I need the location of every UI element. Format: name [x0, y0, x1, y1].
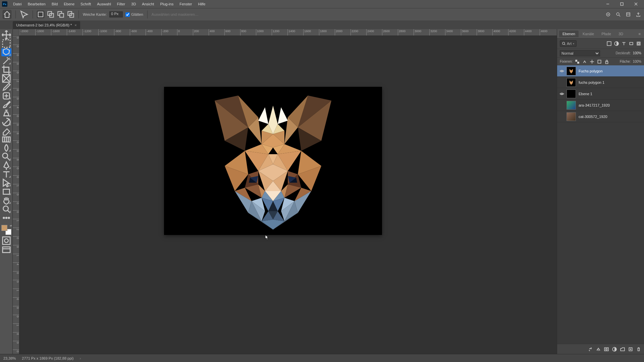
lock-position-icon[interactable] — [589, 59, 595, 64]
document-dimensions[interactable]: 2771 Px x 1869 Px (182,88 ppi) — [22, 356, 73, 360]
screen-mode-icon[interactable] — [1, 246, 11, 254]
swap-colors-icon[interactable]: ⇄ — [10, 224, 12, 227]
healing-brush-tool[interactable] — [1, 92, 11, 100]
filter-smart-icon[interactable] — [636, 41, 641, 46]
dodge-tool[interactable] — [1, 153, 11, 161]
color-swatches[interactable]: ⇄ — [1, 225, 11, 235]
brush-tool[interactable] — [1, 101, 11, 109]
layer-mask-icon[interactable] — [604, 347, 609, 352]
layer-thumbnail[interactable] — [567, 112, 576, 121]
adjustment-layer-icon[interactable] — [612, 347, 617, 352]
layer-row[interactable]: cat-300572_1920 — [557, 111, 644, 122]
marquee-tool[interactable] — [1, 40, 11, 48]
canvas-area[interactable] — [19, 36, 557, 354]
layer-list[interactable]: Fuchs polygonfuchs polygon 1Ebene 1ara-3… — [557, 65, 644, 344]
layer-group-icon[interactable] — [620, 347, 625, 352]
document-tab-close-icon[interactable]: × — [74, 23, 76, 27]
filter-shape-icon[interactable] — [629, 41, 634, 46]
foreground-color-swatch[interactable] — [1, 225, 7, 231]
tab-3d[interactable]: 3D — [615, 31, 627, 37]
layer-row[interactable]: Ebene 1 — [557, 88, 644, 100]
selection-intersect-icon[interactable] — [67, 11, 74, 18]
workspace-icon[interactable] — [625, 11, 631, 17]
window-close-button[interactable] — [630, 1, 642, 7]
eyedropper-tool[interactable] — [1, 83, 11, 91]
layer-thumbnail[interactable] — [567, 67, 576, 75]
menu-3d[interactable]: 3D — [128, 2, 139, 6]
menu-plugins[interactable]: Plug-ins — [157, 2, 176, 6]
menu-ebene[interactable]: Ebene — [61, 2, 77, 6]
clone-stamp-tool[interactable] — [1, 109, 11, 117]
layer-visibility-icon[interactable] — [557, 69, 567, 73]
crop-tool[interactable] — [1, 66, 11, 74]
blend-mode-select[interactable]: Normal — [560, 50, 600, 56]
lock-all-icon[interactable] — [604, 59, 609, 64]
hand-tool[interactable] — [1, 196, 11, 204]
menu-filter[interactable]: Filter — [114, 2, 128, 6]
layer-thumbnail[interactable] — [567, 89, 576, 98]
window-maximize-button[interactable] — [616, 1, 628, 7]
selection-new-icon[interactable] — [37, 11, 44, 18]
search-icon[interactable] — [615, 11, 621, 17]
layer-name[interactable]: cat-300572_1920 — [579, 115, 607, 119]
layer-name[interactable]: Fuchs polygon — [579, 69, 603, 73]
home-button[interactable] — [3, 10, 11, 19]
delete-layer-icon[interactable] — [636, 347, 641, 352]
menu-hilfe[interactable]: Hilfe — [195, 2, 208, 6]
ruler-horizontal[interactable]: -2000-1800-1600-1400-1200-1000-800-600-4… — [19, 29, 557, 36]
gradient-tool[interactable] — [1, 135, 11, 143]
filter-adjustment-icon[interactable] — [614, 41, 619, 46]
layer-thumbnail[interactable] — [567, 78, 576, 87]
layer-name[interactable]: ara-3417217_1920 — [579, 103, 610, 107]
layer-row[interactable]: ara-3417217_1920 — [557, 100, 644, 111]
filter-type-icon[interactable] — [621, 41, 627, 46]
eraser-tool[interactable] — [1, 127, 11, 135]
share-icon[interactable] — [635, 11, 641, 17]
layer-row[interactable]: Fuchs polygon — [557, 65, 644, 77]
path-selection-tool[interactable] — [1, 179, 11, 187]
history-brush-tool[interactable] — [1, 118, 11, 126]
layer-visibility-icon[interactable] — [557, 92, 567, 96]
document-tab[interactable]: Unbenannt-2 bei 23,4% (RGB/8) * × — [13, 21, 80, 29]
blur-tool[interactable] — [1, 144, 11, 152]
target-icon[interactable] — [605, 11, 611, 17]
magic-wand-tool[interactable] — [1, 57, 11, 65]
feather-input[interactable]: 0 Px — [109, 11, 123, 17]
ruler-vertical[interactable]: 0000020040060080010001200140016001800 — [13, 36, 19, 354]
new-layer-icon[interactable] — [628, 347, 633, 352]
selection-add-icon[interactable] — [47, 11, 54, 18]
layer-style-icon[interactable]: fx — [596, 347, 601, 352]
quick-mask-icon[interactable] — [1, 237, 11, 244]
move-tool[interactable] — [1, 31, 11, 39]
menu-fenster[interactable]: Fenster — [176, 2, 195, 6]
lock-image-icon[interactable] — [582, 59, 587, 64]
lock-artboard-icon[interactable] — [597, 59, 602, 64]
layer-thumbnail[interactable] — [567, 101, 576, 110]
tab-ebenen[interactable]: Ebenen — [559, 31, 579, 37]
ruler-origin[interactable] — [13, 29, 19, 36]
selection-subtract-icon[interactable] — [57, 11, 64, 18]
menu-bearbeiten[interactable]: Bearbeiten — [25, 2, 49, 6]
opacity-value[interactable]: 100% — [633, 51, 641, 55]
tab-kanaele[interactable]: Kanäle — [579, 31, 597, 37]
status-more-icon[interactable]: › — [79, 356, 81, 360]
pen-tool[interactable] — [1, 162, 11, 170]
tool-preset-picker[interactable] — [20, 10, 29, 19]
window-minimize-button[interactable] — [602, 1, 614, 7]
layer-name[interactable]: Ebene 1 — [579, 92, 592, 96]
menu-schrift[interactable]: Schrift — [77, 2, 94, 6]
frame-tool[interactable] — [1, 74, 11, 82]
lasso-tool[interactable] — [1, 48, 11, 56]
panel-menu-icon[interactable]: ≡ — [637, 32, 642, 36]
menu-auswahl[interactable]: Auswahl — [94, 2, 114, 6]
artboard[interactable] — [164, 87, 382, 235]
menu-ansicht[interactable]: Ansicht — [139, 2, 157, 6]
layer-filter-kind[interactable]: Art ▾ — [560, 40, 577, 47]
menu-datei[interactable]: Datei — [10, 2, 25, 6]
layer-row[interactable]: fuchs polygon 1 — [557, 77, 644, 88]
type-tool[interactable] — [1, 170, 11, 178]
tab-pfade[interactable]: Pfade — [598, 31, 614, 37]
menu-bild[interactable]: Bild — [49, 2, 61, 6]
zoom-readout[interactable]: 23,38% — [3, 356, 16, 360]
fill-value[interactable]: 100% — [633, 60, 641, 63]
